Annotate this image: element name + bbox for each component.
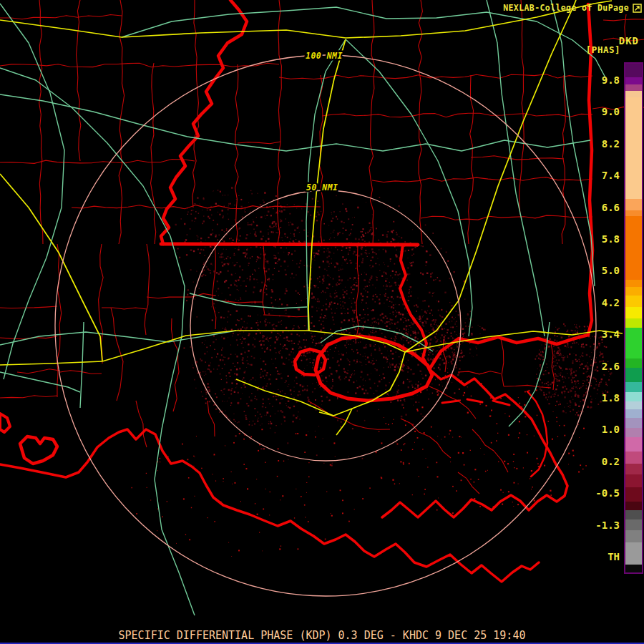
colorbar-segment (625, 328, 642, 358)
county-boundaries-layer (0, 0, 644, 494)
colorbar-tick-label: 9.8 (602, 74, 620, 86)
colorbar (624, 62, 643, 574)
colorbar-segment (625, 502, 642, 510)
radar-map-image: 100 NMI 50 NMI (0, 0, 644, 644)
product-units-label: [PHAS] (586, 44, 620, 55)
colorbar-segment (625, 452, 642, 464)
colorbar-segment (625, 97, 642, 199)
colorbar-tick-label: 6.6 (602, 202, 620, 213)
colorbar-tick-label: 7.4 (602, 170, 620, 181)
colorbar-segment (625, 409, 642, 418)
colorbar-segment (625, 565, 642, 572)
colorbar-tick-label: 9.0 (602, 106, 620, 117)
colorbar-segment (625, 437, 642, 452)
colorbar-tick-label: 8.2 (602, 138, 620, 150)
ring-label-100nmi: 100 NMI (306, 51, 343, 61)
ring-label-50nmi: 50 NMI (306, 182, 338, 192)
colorbar-tick-label: 0.2 (602, 456, 620, 467)
colorbar-segment (625, 464, 642, 474)
radar-viewer: 100 NMI 50 NMI NEXLAB-College of DuPage … (0, 0, 644, 644)
colorbar-segment (625, 280, 642, 287)
colorbar-segment (625, 428, 642, 437)
colorbar-segment (625, 296, 642, 307)
colorbar-segment (625, 216, 642, 280)
external-link-icon (633, 4, 642, 13)
colorbar-segment (625, 418, 642, 428)
product-code-label: DKD (619, 35, 639, 47)
colorbar-tick-label: 1.8 (602, 392, 620, 404)
colorbar-segment (625, 199, 642, 210)
colorbar-segment (625, 392, 642, 401)
colorbar-segment (625, 530, 642, 542)
colorbar-segment (625, 510, 642, 519)
colorbar-segment (625, 91, 642, 97)
colorbar-segment (625, 519, 642, 530)
colorbar-segment (625, 287, 642, 296)
colorbar-segment (625, 368, 642, 382)
colorbar-tick-label: 3.4 (602, 328, 620, 340)
colorbar-tick-label: -0.5 (595, 487, 620, 499)
colorbar-tick-label: 2.6 (602, 361, 620, 372)
colorbar-tick-label: 1.0 (602, 424, 620, 435)
colorbar-tick-label: -1.3 (595, 519, 620, 531)
colorbar-segment (625, 64, 642, 77)
brand-link[interactable]: NEXLAB-College of DuPage (503, 3, 642, 13)
colorbar-tick-label: 5.8 (602, 233, 620, 245)
colorbar-tick-label: 4.2 (602, 297, 620, 308)
colorbar-segment (625, 401, 642, 409)
radar-echo-layer (172, 187, 612, 466)
colorbar-segment (625, 318, 642, 328)
colorbar-segment (625, 487, 642, 502)
colorbar-segment (625, 307, 642, 318)
colorbar-segment (625, 77, 642, 84)
colorbar-tick-label: 5.0 (602, 265, 620, 276)
product-title: SPECIFIC DIFFERENTIAL PHASE (KDP) 0.3 DE… (0, 629, 644, 642)
colorbar-segment (625, 542, 642, 565)
colorbar-segment (625, 358, 642, 368)
colorbar-segment (625, 210, 642, 216)
secondary-roads-layer (0, 0, 607, 615)
colorbar-segment (625, 84, 642, 91)
range-rings-layer (55, 55, 596, 596)
colorbar-tick-label: TH (608, 551, 620, 562)
colorbar-segment (625, 382, 642, 392)
brand-label: NEXLAB-College of DuPage (503, 3, 629, 13)
colorbar-segment (625, 474, 642, 487)
